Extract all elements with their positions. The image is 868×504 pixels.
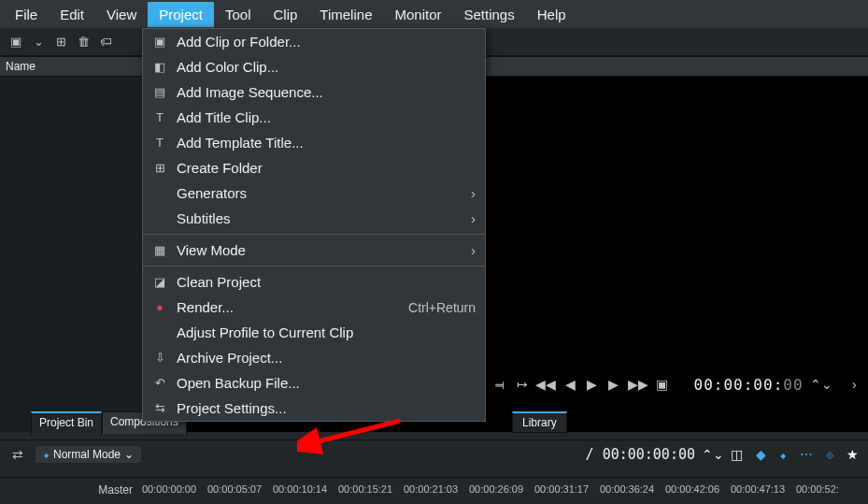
menu-view-mode[interactable]: ▦View Mode› bbox=[143, 238, 485, 263]
menu-clean-project[interactable]: ◪Clean Project bbox=[143, 269, 485, 295]
archive-icon: ⇩ bbox=[150, 351, 169, 365]
chevron-right-icon: › bbox=[471, 210, 476, 226]
menu-generators[interactable]: Generators› bbox=[143, 180, 485, 206]
compositing-icon[interactable]: ◫ bbox=[731, 447, 743, 462]
timeline-icons: ◫ ◆ ⬥ ⋯ ⟐ ★ bbox=[731, 447, 859, 462]
ruler-tick: 00:00:05:07 bbox=[207, 478, 273, 503]
ruler-tick: 00:00:36:24 bbox=[600, 478, 665, 503]
undo-icon: ↶ bbox=[150, 376, 169, 390]
menu-clip[interactable]: Clip bbox=[263, 2, 309, 27]
prev-frame-icon[interactable]: ◀ bbox=[563, 376, 576, 393]
monitor-controls: ⫤ ↦ ◀◀ ◀ ▶ ▶ ▶▶ ▣ 00:00:00:00 ⌃⌄ › bbox=[486, 370, 868, 398]
menu-add-template-title[interactable]: TAdd Template Title... bbox=[143, 130, 485, 155]
menu-render[interactable]: ●Render...Ctrl+Return bbox=[143, 295, 485, 320]
menu-tool[interactable]: Tool bbox=[214, 2, 263, 27]
tag-icon[interactable]: 🏷 bbox=[97, 34, 114, 50]
zone-start-icon[interactable]: ↦ bbox=[516, 376, 528, 393]
template-title-icon: T bbox=[150, 136, 169, 150]
spinner-icon[interactable]: ⌃⌄ bbox=[813, 376, 830, 393]
chevron-down-icon: ⌄ bbox=[124, 448, 134, 461]
menu-open-backup[interactable]: ↶Open Backup File... bbox=[143, 370, 485, 396]
effect-icon[interactable]: ⬥ bbox=[779, 447, 787, 462]
menu-timeline[interactable]: Timeline bbox=[308, 2, 383, 27]
separator bbox=[143, 266, 485, 266]
folder-plus-icon[interactable]: ⊞ bbox=[52, 34, 69, 50]
menubar: File Edit View Project Tool Clip Timelin… bbox=[0, 0, 868, 28]
menu-create-folder[interactable]: ⊞Create Folder bbox=[143, 155, 485, 180]
cursor-icon: ⬥ bbox=[43, 448, 50, 461]
menu-file[interactable]: File bbox=[4, 2, 49, 27]
add-clip-icon[interactable]: ▣ bbox=[7, 34, 24, 50]
menu-add-image-sequence[interactable]: ▤Add Image Sequence... bbox=[143, 79, 485, 105]
color-clip-icon: ◧ bbox=[150, 60, 169, 74]
image-seq-icon: ▤ bbox=[150, 85, 169, 99]
timeline-timecode[interactable]: / 00:00:00:00 bbox=[586, 446, 695, 463]
render-icon: ● bbox=[150, 300, 169, 314]
bin-tree[interactable] bbox=[0, 77, 142, 432]
rewind-icon[interactable]: ◀◀ bbox=[537, 376, 554, 393]
menu-view[interactable]: View bbox=[95, 2, 148, 27]
menu-project[interactable]: Project bbox=[148, 2, 214, 27]
project-bin-panel bbox=[0, 77, 142, 432]
menu-adjust-profile[interactable]: Adjust Profile to Current Clip bbox=[143, 320, 485, 345]
timeline-toolbar: ⇄ ⬥ Normal Mode ⌄ / 00:00:00:00 ⌃⌄ ◫ ◆ ⬥… bbox=[0, 439, 868, 468]
monitor-timecode[interactable]: 00:00:00:00 bbox=[694, 376, 804, 394]
play-icon[interactable]: ▶ bbox=[586, 376, 598, 393]
view-mode-icon: ▦ bbox=[150, 243, 169, 257]
ruler-tick: 00:00:42:06 bbox=[665, 478, 731, 503]
timeline-ruler-row: Master 00:00:00:00 00:00:05:07 00:00:10:… bbox=[0, 477, 868, 503]
zone-end-icon[interactable]: ⫤ bbox=[493, 376, 506, 393]
normal-mode-button[interactable]: ⬥ Normal Mode ⌄ bbox=[36, 446, 141, 463]
ruler-tick: 00:00:00:00 bbox=[142, 478, 207, 503]
project-menu-dropdown: ▣Add Clip or Folder... ◧Add Color Clip..… bbox=[142, 28, 486, 422]
ruler-tick: 00:00:26:09 bbox=[469, 478, 534, 503]
subtitle-icon[interactable]: ⋯ bbox=[800, 447, 813, 462]
favorite-icon[interactable]: ★ bbox=[847, 447, 859, 462]
menu-help[interactable]: Help bbox=[526, 2, 577, 27]
title-icon: T bbox=[150, 110, 169, 124]
master-track-label: Master bbox=[0, 478, 142, 503]
menu-subtitles[interactable]: Subtitles› bbox=[143, 206, 485, 231]
ruler-tick: 00:00:15:21 bbox=[338, 478, 404, 503]
forward-icon[interactable]: ▶▶ bbox=[630, 376, 647, 393]
menu-add-color-clip[interactable]: ◧Add Color Clip... bbox=[143, 54, 485, 79]
settings-icon: ⇆ bbox=[150, 401, 169, 415]
menu-add-clip[interactable]: ▣Add Clip or Folder... bbox=[143, 29, 485, 54]
menu-edit[interactable]: Edit bbox=[49, 2, 95, 27]
spinner-icon[interactable]: ⌃⌄ bbox=[704, 446, 721, 463]
ruler-tick: 00:00:10:14 bbox=[273, 478, 338, 503]
crop-icon[interactable]: ▣ bbox=[656, 376, 668, 393]
ruler-tick: 00:00:21:03 bbox=[404, 478, 469, 503]
chevron-right-icon: › bbox=[471, 185, 476, 201]
next-frame-icon[interactable]: ▶ bbox=[607, 376, 619, 393]
column-name-label: Name bbox=[6, 60, 36, 73]
clip-icon: ▣ bbox=[150, 35, 169, 49]
toggle-icon[interactable]: ⇄ bbox=[9, 446, 26, 463]
menu-monitor[interactable]: Monitor bbox=[383, 2, 452, 27]
more-icon[interactable]: › bbox=[848, 376, 861, 393]
tab-library[interactable]: Library bbox=[512, 411, 567, 433]
separator bbox=[143, 234, 485, 235]
menu-add-title-clip[interactable]: TAdd Title Clip... bbox=[143, 105, 485, 130]
mixer-icon[interactable]: ◆ bbox=[756, 447, 766, 462]
ruler-tick: 00:00:52: bbox=[796, 478, 861, 503]
config-icon[interactable]: ⟐ bbox=[826, 447, 833, 462]
timeline-ruler[interactable]: 00:00:00:00 00:00:05:07 00:00:10:14 00:0… bbox=[142, 478, 868, 503]
trash-icon[interactable]: 🗑 bbox=[75, 34, 92, 50]
menu-project-settings[interactable]: ⇆Project Settings... bbox=[143, 396, 485, 421]
tab-project-bin[interactable]: Project Bin bbox=[31, 411, 102, 434]
ruler-tick: 00:00:47:13 bbox=[731, 478, 796, 503]
ruler-tick: 00:00:31:17 bbox=[534, 478, 600, 503]
chevron-down-icon[interactable]: ⌄ bbox=[30, 34, 47, 50]
menu-settings[interactable]: Settings bbox=[453, 2, 526, 27]
menu-archive-project[interactable]: ⇩Archive Project... bbox=[143, 345, 485, 370]
clean-icon: ◪ bbox=[150, 275, 169, 289]
chevron-right-icon: › bbox=[471, 242, 476, 258]
folder-icon: ⊞ bbox=[150, 161, 169, 175]
shortcut-label: Ctrl+Return bbox=[408, 300, 476, 315]
